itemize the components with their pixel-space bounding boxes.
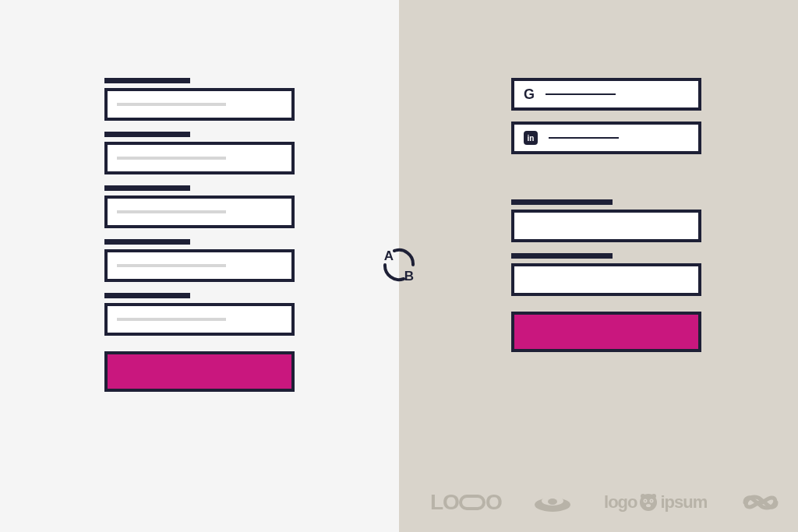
form-field bbox=[104, 185, 399, 228]
logo-text: ipsum bbox=[660, 492, 707, 513]
text-input[interactable] bbox=[511, 263, 701, 296]
social-label-line bbox=[549, 137, 619, 139]
submit-button[interactable] bbox=[104, 351, 295, 392]
field-label bbox=[511, 199, 613, 205]
form-field bbox=[104, 78, 399, 121]
placeholder-logo-2 bbox=[533, 491, 572, 513]
svg-point-3 bbox=[548, 499, 557, 505]
placeholder bbox=[117, 157, 226, 160]
variant-a-panel bbox=[0, 0, 399, 532]
text-input[interactable] bbox=[104, 303, 295, 336]
placeholder-logo-3: logo ipsum bbox=[604, 492, 707, 513]
field-label bbox=[104, 239, 190, 245]
logo-text: LO bbox=[430, 490, 459, 515]
placeholder bbox=[117, 103, 226, 106]
variant-b-panel: G in LOO bbox=[399, 0, 798, 532]
logo-text: logo bbox=[604, 492, 637, 513]
field-label bbox=[511, 253, 613, 259]
submit-button[interactable] bbox=[511, 312, 701, 352]
footer-logos: LOO logo ipsum bbox=[430, 490, 782, 515]
field-label bbox=[104, 185, 190, 191]
google-icon: G bbox=[524, 86, 535, 103]
form-field bbox=[511, 253, 798, 296]
ab-test-icon: A B bbox=[376, 241, 422, 288]
svg-point-11 bbox=[651, 494, 656, 499]
text-input[interactable] bbox=[104, 249, 295, 282]
svg-point-7 bbox=[644, 500, 646, 502]
logo-text: O bbox=[486, 490, 502, 515]
svg-point-9 bbox=[646, 504, 651, 507]
field-label bbox=[104, 132, 190, 137]
placeholder-logo-1: LOO bbox=[430, 490, 502, 515]
placeholder bbox=[117, 210, 226, 213]
svg-point-10 bbox=[641, 494, 645, 499]
form-field bbox=[104, 132, 399, 174]
form-field bbox=[104, 239, 399, 282]
text-input[interactable] bbox=[104, 196, 295, 228]
google-signin-button[interactable]: G bbox=[511, 78, 701, 111]
text-input[interactable] bbox=[104, 88, 295, 121]
ab-test-diagram: G in LOO bbox=[0, 0, 798, 532]
linkedin-icon: in bbox=[524, 131, 538, 145]
social-label-line bbox=[546, 93, 616, 95]
svg-text:B: B bbox=[404, 269, 414, 284]
svg-point-8 bbox=[651, 500, 652, 502]
form-field bbox=[511, 199, 798, 242]
svg-text:A: A bbox=[384, 248, 394, 263]
field-label bbox=[104, 293, 190, 298]
text-input[interactable] bbox=[104, 142, 295, 174]
placeholder bbox=[117, 264, 226, 267]
svg-rect-0 bbox=[461, 496, 484, 509]
placeholder bbox=[117, 318, 226, 321]
form-field bbox=[104, 293, 399, 336]
linkedin-signin-button[interactable]: in bbox=[511, 122, 701, 154]
field-label bbox=[104, 78, 190, 83]
placeholder-logo-4 bbox=[739, 491, 782, 513]
text-input[interactable] bbox=[511, 210, 701, 242]
